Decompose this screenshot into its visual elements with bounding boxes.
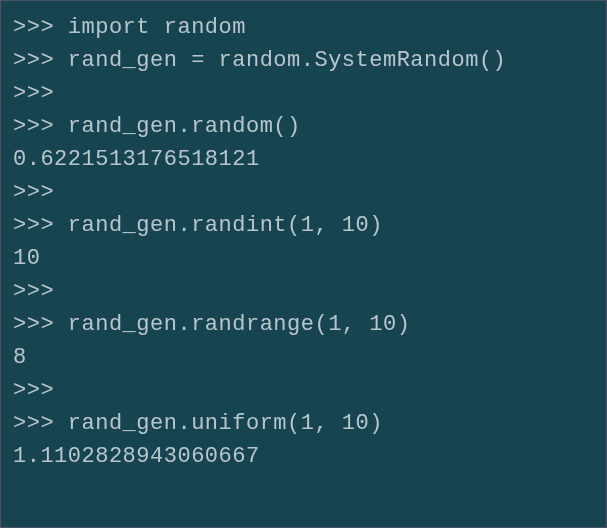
repl-code: rand_gen.random(): [68, 114, 301, 139]
repl-output: 8: [13, 341, 594, 374]
repl-line: >>> rand_gen.randrange(1, 10): [13, 308, 594, 341]
repl-code: rand_gen.randint(1, 10): [68, 213, 383, 238]
repl-line: >>>: [13, 176, 594, 209]
repl-output: 1.1102828943060667: [13, 440, 594, 473]
terminal-container[interactable]: >>> import random >>> rand_gen = random.…: [13, 11, 594, 473]
repl-output: 0.6221513176518121: [13, 143, 594, 176]
repl-line: >>> rand_gen = random.SystemRandom(): [13, 44, 594, 77]
repl-prompt: >>>: [13, 114, 68, 139]
repl-line: >>> rand_gen.uniform(1, 10): [13, 407, 594, 440]
repl-code: import random: [68, 15, 246, 40]
repl-prompt: >>>: [13, 81, 54, 106]
repl-output-text: 8: [13, 345, 27, 370]
repl-output: 10: [13, 242, 594, 275]
repl-prompt: >>>: [13, 378, 54, 403]
repl-line: >>>: [13, 77, 594, 110]
repl-code: rand_gen = random.SystemRandom(): [68, 48, 506, 73]
repl-prompt: >>>: [13, 312, 68, 337]
repl-output-text: 0.6221513176518121: [13, 147, 260, 172]
repl-line: >>> rand_gen.random(): [13, 110, 594, 143]
repl-line: >>>: [13, 374, 594, 407]
repl-output-text: 10: [13, 246, 40, 271]
repl-prompt: >>>: [13, 213, 68, 238]
repl-line: >>> import random: [13, 11, 594, 44]
repl-code: rand_gen.uniform(1, 10): [68, 411, 383, 436]
repl-prompt: >>>: [13, 411, 68, 436]
repl-prompt: >>>: [13, 15, 68, 40]
repl-code: rand_gen.randrange(1, 10): [68, 312, 411, 337]
repl-prompt: >>>: [13, 180, 54, 205]
repl-line: >>>: [13, 275, 594, 308]
repl-prompt: >>>: [13, 48, 68, 73]
repl-prompt: >>>: [13, 279, 54, 304]
repl-output-text: 1.1102828943060667: [13, 444, 260, 469]
repl-line: >>> rand_gen.randint(1, 10): [13, 209, 594, 242]
